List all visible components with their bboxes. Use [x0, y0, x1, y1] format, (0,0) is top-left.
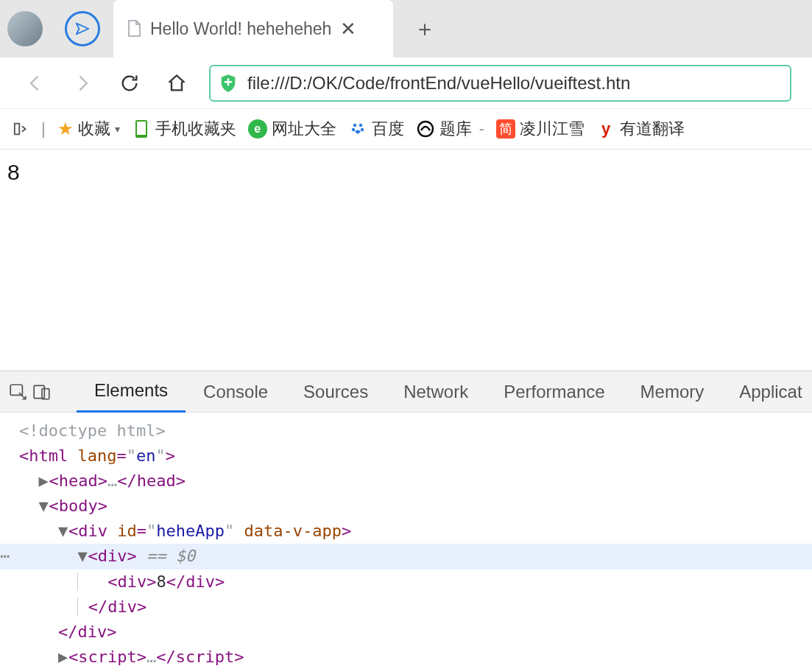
favorites-button[interactable]: ★ 收藏 ▾	[57, 118, 120, 140]
page-content: 8	[0, 150, 812, 371]
bookmarks-bar: | ★ 收藏 ▾ 手机收藏夹 e 网址大全 百度 题库 - 简 凌川江雪 y 有…	[0, 109, 812, 150]
reload-button[interactable]	[115, 69, 144, 98]
selected-div-node[interactable]: ▼<div> == $0	[0, 544, 812, 569]
profile-avatar[interactable]	[7, 11, 43, 46]
browser-tab-strip: Hello World! heheheheh ✕ ＋	[0, 0, 812, 57]
device-toggle-icon[interactable]	[32, 379, 52, 405]
head-node[interactable]: ▶<head>…</head>	[0, 469, 812, 494]
close-div-node[interactable]: </div>	[0, 595, 812, 620]
baidu-icon	[348, 119, 367, 139]
navigation-send-icon[interactable]	[65, 11, 100, 46]
document-icon	[127, 20, 141, 38]
youdao-icon: y	[596, 119, 615, 139]
inner-div-node[interactable]: <div>8</div>	[0, 569, 812, 595]
jian-icon: 简	[496, 119, 515, 139]
devtools-tab-performance[interactable]: Performance	[486, 371, 622, 413]
navigation-bar: file:///D:/OK/Code/frontEnd/vueHello/vue…	[0, 57, 812, 109]
svg-rect-10	[42, 388, 49, 399]
home-button[interactable]	[162, 69, 191, 98]
html-open-tag[interactable]: <html lang="en">	[0, 444, 812, 469]
page-text: 8	[7, 160, 20, 184]
inspect-element-icon[interactable]	[9, 379, 28, 405]
body-open-tag[interactable]: ▼<body>	[0, 494, 812, 519]
devtools-tab-console[interactable]: Console	[186, 371, 286, 413]
star-icon: ★	[57, 119, 74, 139]
bookmark-tiku[interactable]: 题库 -	[416, 118, 484, 140]
bookmark-wangzhi[interactable]: e 网址大全	[248, 118, 336, 140]
bookmark-label: 网址大全	[272, 118, 336, 140]
devtools-elements-tree[interactable]: <!doctype html> <html lang="en"> ▶<head>…	[0, 413, 812, 666]
tab-title: Hello World! heheheheh	[150, 19, 331, 39]
svg-point-4	[359, 124, 362, 127]
doctype-node: <!doctype html>	[19, 421, 166, 440]
bookmark-mobile-favorites[interactable]: 手机收藏夹	[132, 118, 236, 140]
bookmark-lingchuan[interactable]: 简 凌川江雪	[496, 118, 585, 140]
address-bar[interactable]: file:///D:/OK/Code/frontEnd/vueHello/vue…	[209, 65, 791, 102]
devtools-tab-memory[interactable]: Memory	[623, 371, 722, 413]
devtools-tab-network[interactable]: Network	[386, 371, 486, 413]
svg-point-6	[361, 128, 364, 131]
separator: -	[479, 119, 484, 139]
360-icon: e	[248, 119, 267, 139]
forward-button[interactable]	[68, 69, 97, 98]
close-tab-icon[interactable]: ✕	[340, 18, 356, 41]
back-button[interactable]	[21, 69, 50, 98]
security-shield-icon	[218, 73, 239, 94]
svg-rect-2	[137, 122, 146, 135]
bookmark-youdao[interactable]: y 有道翻译	[596, 118, 685, 140]
bookmark-baidu[interactable]: 百度	[348, 118, 404, 140]
svg-rect-9	[34, 385, 44, 398]
svg-point-5	[352, 128, 355, 131]
devtools-panel: Elements Console Sources Network Perform…	[0, 371, 812, 666]
browser-tab[interactable]: Hello World! heheheheh ✕	[113, 0, 393, 57]
phone-icon	[132, 119, 151, 139]
dropdown-caret-icon: ▾	[115, 123, 120, 135]
devtools-tabs: Elements Console Sources Network Perform…	[0, 371, 812, 413]
bookmark-label: 百度	[372, 118, 404, 140]
bookmark-label: 凌川江雪	[520, 118, 585, 140]
devtools-tab-application[interactable]: Applicat	[721, 371, 812, 413]
devtools-tab-elements[interactable]: Elements	[77, 371, 186, 413]
bookmark-label: 题库	[439, 118, 472, 140]
close-heheapp-node[interactable]: </div>	[0, 620, 812, 645]
svg-rect-0	[15, 124, 19, 135]
svg-point-3	[353, 124, 356, 127]
script-node[interactable]: ▶<script>…</script>	[0, 645, 812, 666]
bookmark-label: 有道翻译	[620, 118, 685, 140]
address-text: file:///D:/OK/Code/frontEnd/vueHello/vue…	[247, 73, 630, 94]
separator: |	[41, 119, 46, 139]
favorites-label: 收藏	[78, 118, 110, 140]
tiku-icon	[416, 119, 435, 139]
sidebar-toggle-icon[interactable]	[13, 121, 29, 137]
div-heheapp-node[interactable]: ▼<div id="heheApp" data-v-app>	[0, 519, 812, 544]
bookmark-label: 手机收藏夹	[155, 118, 236, 140]
svg-point-7	[418, 122, 433, 136]
new-tab-button[interactable]: ＋	[414, 14, 436, 44]
devtools-tab-sources[interactable]: Sources	[286, 371, 386, 413]
